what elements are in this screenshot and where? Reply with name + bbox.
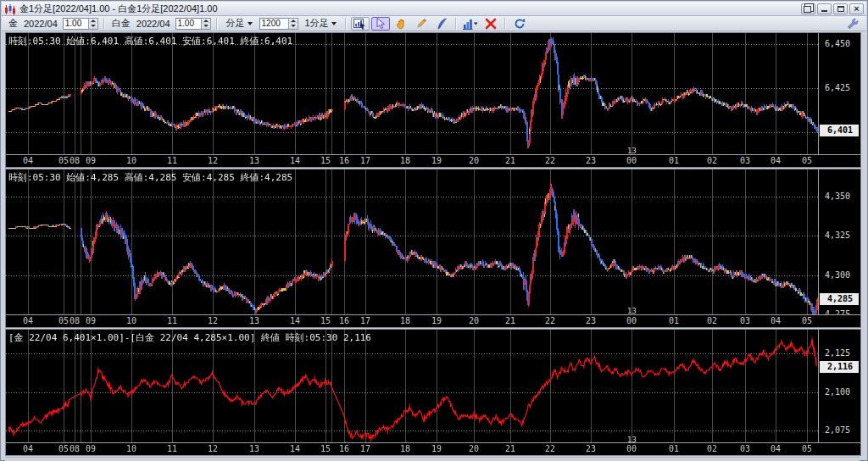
indicator-bars-icon xyxy=(463,18,478,30)
time-tick-label: 22 xyxy=(542,156,559,165)
time-tick-label: 21 xyxy=(502,444,519,453)
time-tick-label: 04 xyxy=(767,444,784,453)
bar-count-spinner[interactable] xyxy=(288,18,298,30)
interval-dropdown[interactable]: 1分足 xyxy=(301,15,341,31)
spread-plot-area: [金 22/04 6,401×1.00]-[白金 22/04 4,285×1.0… xyxy=(6,330,819,444)
spin-down-icon[interactable] xyxy=(289,24,298,29)
gold-unit-input[interactable]: 1.00 xyxy=(63,18,88,30)
window-title: 金1分足[2022/04]1.00 - 白金1分足[2022/04]1.00 xyxy=(19,3,218,15)
time-tick-label: 20 xyxy=(465,156,482,165)
gold-chart-canvas[interactable] xyxy=(6,33,818,155)
gold-contract-month: 2022/04 xyxy=(24,19,58,29)
time-tick-label: 23 xyxy=(582,156,599,165)
time-tick-label: 10 xyxy=(123,316,140,325)
time-tick-label: 10 xyxy=(123,156,140,165)
chart-cursor-button[interactable] xyxy=(351,17,370,31)
time-tick-label: 15 xyxy=(317,444,334,453)
price-tick-label: 2,075 xyxy=(825,425,850,436)
spin-down-icon[interactable] xyxy=(89,24,97,29)
platinum-time-axis: 0405080910111213141516171819202122230001… xyxy=(6,314,860,327)
settings-button[interactable] xyxy=(843,17,862,31)
price-tick-label: 2,100 xyxy=(825,387,850,397)
draw-pencil-button[interactable] xyxy=(412,17,431,31)
gold-unit-spinner[interactable] xyxy=(88,18,98,30)
time-tick-label: 23 xyxy=(582,444,599,453)
time-tick-label: 04 xyxy=(19,316,36,325)
minimize-button[interactable] xyxy=(817,3,832,14)
select-arrow-button[interactable] xyxy=(371,17,390,31)
platinum-unit-input[interactable]: 1.00 xyxy=(175,18,201,30)
time-tick-label: 11 xyxy=(164,444,181,453)
time-tick-label: 21 xyxy=(502,316,519,325)
refresh-icon xyxy=(514,18,526,30)
time-tick-label: 09 xyxy=(82,156,99,165)
time-tick-label: 10 xyxy=(123,444,140,453)
time-tick-label: 04 xyxy=(767,316,784,325)
gold-plot-area: 時刻:05:30 始値:6,401 高値:6,401 安値:6,401 終値:6… xyxy=(6,33,819,155)
time-tick-label: 02 xyxy=(704,156,721,165)
gold-symbol-label: 金 xyxy=(8,17,18,30)
time-tick-label: 12 xyxy=(204,444,221,453)
platinum-unit-spinner[interactable] xyxy=(201,18,211,30)
time-tick-label: 08 xyxy=(66,316,83,325)
time-tick-label: 02 xyxy=(704,444,721,453)
spin-down-icon[interactable] xyxy=(202,24,210,29)
window-controls: × xyxy=(801,3,864,14)
time-tick-label: 01 xyxy=(665,444,682,453)
spread-info-line: [金 22/04 6,401×1.00]-[白金 22/04 4,285×1.0… xyxy=(8,331,371,344)
bar-type-label: 分足 xyxy=(226,17,245,30)
close-button[interactable]: × xyxy=(849,3,864,14)
minimize-icon xyxy=(821,10,827,12)
last-price-box: 6,401 xyxy=(820,125,859,136)
time-tick-label: 20 xyxy=(465,444,482,453)
platinum-unit-field: 1.00 xyxy=(175,18,211,30)
gold-price-axis: 6,4506,4256,401 xyxy=(819,33,860,155)
toolbar-separator xyxy=(504,18,506,30)
pan-hand-button[interactable] xyxy=(392,17,410,31)
time-tick-label: 13 xyxy=(246,156,263,165)
app-window: 金1分足[2022/04]1.00 - 白金1分足[2022/04]1.00 ×… xyxy=(0,0,868,461)
chart-cursor-icon xyxy=(353,18,366,30)
time-tick-label: 15 xyxy=(317,316,334,325)
spread-time-axis: 0405080910111213141516171819202122230001… xyxy=(6,442,860,455)
app-icon[interactable] xyxy=(4,3,16,14)
bar-count-field: 1200 xyxy=(259,18,298,30)
time-tick-label: 21 xyxy=(502,156,519,165)
bar-count-input[interactable]: 1200 xyxy=(259,18,288,30)
toolbar: 金 2022/04 1.00 白金 2022/04 1.00 分足 1200 1… xyxy=(2,16,866,31)
price-tick-label: 2,125 xyxy=(825,348,850,358)
title-bar[interactable]: 金1分足[2022/04]1.00 - 白金1分足[2022/04]1.00 × xyxy=(2,2,866,16)
maximize-button[interactable] xyxy=(833,3,848,14)
wrench-icon xyxy=(847,18,859,30)
float-window-button[interactable] xyxy=(801,3,815,14)
time-tick-label: 01 xyxy=(665,316,682,325)
platinum-chart-canvas[interactable] xyxy=(6,169,818,315)
horizontal-scrollbar[interactable] xyxy=(5,457,860,461)
time-tick-label: 00 xyxy=(623,156,640,165)
spread-price-axis: 2,1252,1002,0752,116 xyxy=(819,330,860,443)
time-tick-label: 04 xyxy=(767,156,784,165)
time-tick-label: 03 xyxy=(737,444,754,453)
time-tick-label: 19 xyxy=(428,316,445,325)
delete-x-icon xyxy=(485,18,497,30)
panel-platinum: 時刻:05:30 始値:4,285 高値:4,285 安値:4,285 終値:4… xyxy=(5,169,861,328)
time-tick-label: 16 xyxy=(336,156,353,165)
spread-chart-canvas[interactable] xyxy=(6,330,818,444)
time-tick-label: 08 xyxy=(66,156,83,165)
panel-spread: [金 22/04 6,401×1.00]-[白金 22/04 4,285×1.0… xyxy=(5,329,861,456)
time-tick-label: 22 xyxy=(542,444,559,453)
time-tick-label: 04 xyxy=(19,156,36,165)
time-tick-label: 13 xyxy=(246,316,263,325)
time-tick-label: 05 xyxy=(798,156,815,165)
reload-data-button[interactable] xyxy=(510,17,529,31)
draw-quill-button[interactable] xyxy=(432,17,451,31)
time-tick-label: 11 xyxy=(164,316,181,325)
delete-drawings-button[interactable] xyxy=(481,17,500,31)
indicator-bars-button[interactable] xyxy=(461,17,480,31)
toolbar-separator xyxy=(345,18,347,30)
time-tick-label: 18 xyxy=(397,316,414,325)
time-tick-label: 17 xyxy=(357,156,374,165)
price-tick-label: 4,325 xyxy=(825,230,850,241)
bar-type-dropdown[interactable]: 分足 xyxy=(222,15,257,31)
time-tick-label: 16 xyxy=(336,444,353,453)
